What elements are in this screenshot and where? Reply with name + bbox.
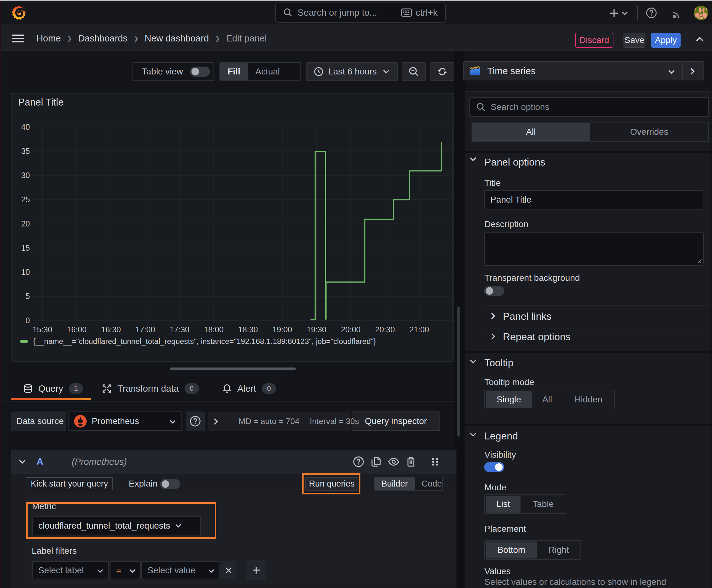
svg-text:19:00: 19:00	[273, 325, 292, 334]
svg-text:17:30: 17:30	[170, 325, 190, 334]
svg-text:18:30: 18:30	[238, 325, 258, 334]
svg-text:35: 35	[21, 147, 30, 155]
svg-text:20:00: 20:00	[341, 325, 361, 334]
svg-text:17:00: 17:00	[135, 325, 155, 334]
svg-text:15:30: 15:30	[33, 325, 52, 334]
svg-text:21:00: 21:00	[409, 325, 429, 334]
svg-text:18:00: 18:00	[204, 325, 224, 334]
svg-text:5: 5	[25, 292, 30, 300]
svg-text:30: 30	[21, 171, 30, 180]
svg-text:16:30: 16:30	[101, 325, 121, 334]
svg-text:19:30: 19:30	[307, 325, 326, 334]
svg-text:20: 20	[21, 219, 30, 228]
svg-text:20:30: 20:30	[375, 325, 395, 334]
svg-text:0: 0	[25, 316, 30, 325]
svg-text:40: 40	[21, 123, 30, 131]
svg-text:15: 15	[21, 244, 30, 252]
svg-text:10: 10	[21, 268, 30, 276]
svg-text:25: 25	[21, 195, 30, 204]
svg-text:16:00: 16:00	[67, 325, 87, 334]
